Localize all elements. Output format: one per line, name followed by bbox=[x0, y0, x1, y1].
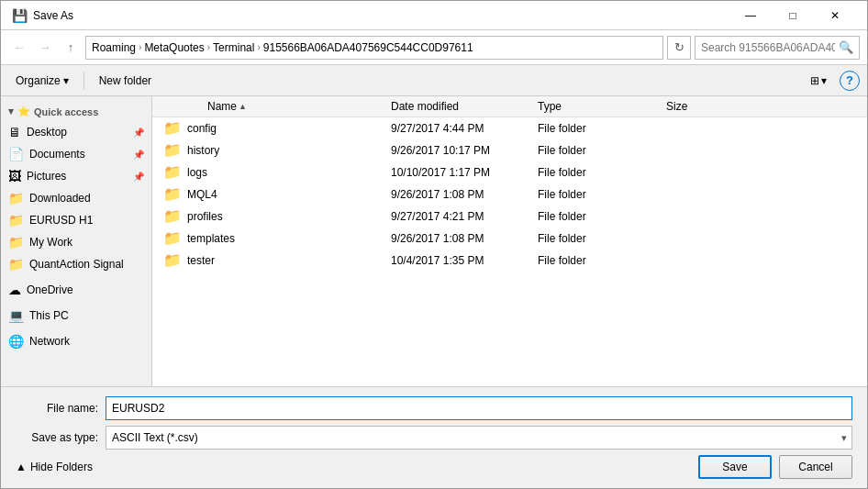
sidebar-item-quantaction[interactable]: 📁 QuantAction Signal bbox=[1, 253, 151, 275]
breadcrumb-sep-1: › bbox=[139, 42, 141, 52]
documents-icon: 📄 bbox=[8, 147, 24, 161]
file-date: 9/27/2017 4:21 PM bbox=[391, 210, 538, 223]
sidebar-downloaded-label: Downloaded bbox=[29, 192, 144, 205]
breadcrumb-metaquotes[interactable]: MetaQuotes bbox=[144, 41, 204, 54]
up-button[interactable]: ↑ bbox=[60, 37, 82, 59]
saveastype-row: Save as type: ASCII Text (*.csv) bbox=[16, 426, 852, 450]
view-button[interactable]: ⊞ ▾ bbox=[805, 72, 832, 90]
sidebar-item-documents[interactable]: 📄 Documents 📌 bbox=[1, 143, 151, 165]
help-button[interactable]: ? bbox=[840, 71, 860, 91]
quick-access-star-icon: ⭐ bbox=[17, 106, 30, 117]
table-row[interactable]: 📁 history 9/26/2017 10:17 PM File folder bbox=[152, 139, 867, 161]
column-size-header[interactable]: Size bbox=[666, 100, 740, 113]
sidebar-item-onedrive[interactable]: ☁ OneDrive bbox=[1, 279, 151, 301]
file-date: 9/26/2017 1:08 PM bbox=[391, 232, 538, 245]
column-name-header[interactable]: Name ▲ bbox=[152, 100, 391, 113]
pin-icon-desktop: 📌 bbox=[133, 128, 144, 138]
back-button[interactable]: ← bbox=[8, 37, 30, 59]
saveastype-label: Save as type: bbox=[16, 431, 98, 444]
sidebar-network-label: Network bbox=[29, 335, 144, 348]
table-row[interactable]: 📁 config 9/27/2017 4:44 PM File folder bbox=[152, 117, 867, 139]
sidebar-item-network[interactable]: 🌐 Network bbox=[1, 330, 151, 352]
sidebar-eurusd-label: EURUSD H1 bbox=[29, 214, 144, 227]
table-row[interactable]: 📁 logs 10/10/2017 1:17 PM File folder bbox=[152, 161, 867, 183]
help-icon: ? bbox=[846, 73, 853, 87]
col-date-label: Date modified bbox=[391, 100, 459, 113]
file-date: 10/10/2017 1:17 PM bbox=[391, 166, 538, 179]
sidebar-item-thispc[interactable]: 💻 This PC bbox=[1, 305, 151, 327]
sidebar-desktop-label: Desktop bbox=[27, 126, 128, 139]
pin-icon-pictures: 📌 bbox=[133, 172, 144, 182]
file-date: 9/26/2017 1:08 PM bbox=[391, 188, 538, 201]
sidebar-pictures-label: Pictures bbox=[27, 170, 128, 183]
minimize-button[interactable]: — bbox=[729, 1, 772, 30]
file-list-header: Name ▲ Date modified Type Size bbox=[152, 96, 867, 117]
breadcrumb-folder[interactable]: 915566BA06ADA407569C544CC0D97611 bbox=[263, 41, 473, 54]
forward-button[interactable]: → bbox=[34, 37, 56, 59]
file-date: 9/27/2017 4:44 PM bbox=[391, 122, 538, 135]
sidebar-item-mywork[interactable]: 📁 My Work bbox=[1, 231, 151, 253]
table-row[interactable]: 📁 tester 10/4/2017 1:35 PM File folder bbox=[152, 250, 867, 272]
button-row: ▲ Hide Folders Save Cancel bbox=[16, 455, 852, 479]
view-icon: ⊞ bbox=[810, 74, 819, 87]
network-icon: 🌐 bbox=[8, 334, 24, 349]
mywork-folder-icon: 📁 bbox=[8, 235, 24, 250]
column-date-header[interactable]: Date modified bbox=[391, 100, 538, 113]
file-type: File folder bbox=[538, 166, 666, 179]
file-name: profiles bbox=[187, 210, 223, 223]
organize-button[interactable]: Organize ▾ bbox=[8, 72, 76, 90]
file-name: history bbox=[187, 144, 219, 157]
file-name: tester bbox=[187, 254, 215, 267]
folder-icon: 📁 bbox=[163, 207, 182, 225]
file-list: Name ▲ Date modified Type Size 📁 config bbox=[152, 96, 867, 386]
file-type: File folder bbox=[538, 210, 666, 223]
file-type: File folder bbox=[538, 188, 666, 201]
table-row[interactable]: 📁 templates 9/26/2017 1:08 PM File folde… bbox=[152, 228, 867, 250]
title-bar: 💾 Save As — □ ✕ bbox=[1, 1, 867, 30]
quick-access-header: ▾ ⭐ Quick access bbox=[1, 102, 151, 121]
new-folder-button[interactable]: New folder bbox=[92, 72, 159, 90]
breadcrumb-terminal[interactable]: Terminal bbox=[213, 41, 254, 54]
maximize-button[interactable]: □ bbox=[772, 1, 814, 30]
sidebar-item-downloaded[interactable]: 📁 Downloaded bbox=[1, 187, 151, 209]
search-input[interactable] bbox=[701, 41, 835, 54]
col-size-label: Size bbox=[666, 100, 687, 113]
table-row[interactable]: 📁 profiles 9/27/2017 4:21 PM File folder bbox=[152, 206, 867, 228]
save-as-dialog: 💾 Save As — □ ✕ ← → ↑ Roaming › MetaQuot… bbox=[0, 0, 868, 489]
filename-input[interactable] bbox=[106, 396, 852, 420]
file-type: File folder bbox=[538, 122, 666, 135]
hide-folders-link[interactable]: ▲ Hide Folders bbox=[16, 461, 691, 473]
file-date: 10/4/2017 1:35 PM bbox=[391, 254, 538, 267]
refresh-button[interactable]: ↻ bbox=[667, 36, 691, 60]
pictures-icon: 🖼 bbox=[8, 169, 21, 183]
sidebar-quantaction-label: QuantAction Signal bbox=[29, 258, 144, 271]
bottom-bar: File name: Save as type: ASCII Text (*.c… bbox=[1, 386, 867, 488]
search-icon: 🔍 bbox=[839, 40, 853, 54]
file-type: File folder bbox=[538, 232, 666, 245]
cancel-label: Cancel bbox=[798, 461, 832, 473]
sidebar-item-pictures[interactable]: 🖼 Pictures 📌 bbox=[1, 165, 151, 187]
address-bar: ← → ↑ Roaming › MetaQuotes › Terminal › … bbox=[1, 30, 867, 65]
folder-icon: 📁 bbox=[163, 229, 182, 247]
save-button[interactable]: Save bbox=[698, 455, 772, 479]
network-section: 🌐 Network bbox=[1, 330, 151, 352]
col-name-sort: ▲ bbox=[239, 102, 247, 111]
table-row[interactable]: 📁 MQL4 9/26/2017 1:08 PM File folder bbox=[152, 183, 867, 206]
saveastype-select[interactable]: ASCII Text (*.csv) bbox=[106, 426, 852, 450]
close-button[interactable]: ✕ bbox=[814, 1, 856, 30]
sidebar-item-desktop[interactable]: 🖥 Desktop 📌 bbox=[1, 121, 151, 143]
onedrive-icon: ☁ bbox=[8, 283, 21, 297]
breadcrumb-bar[interactable]: Roaming › MetaQuotes › Terminal › 915566… bbox=[85, 36, 663, 60]
downloaded-folder-icon: 📁 bbox=[8, 191, 24, 206]
filename-label: File name: bbox=[16, 402, 98, 415]
sidebar-mywork-label: My Work bbox=[29, 236, 144, 249]
sidebar-onedrive-label: OneDrive bbox=[27, 283, 144, 296]
quick-access-label: Quick access bbox=[34, 106, 98, 117]
cancel-button[interactable]: Cancel bbox=[779, 455, 852, 479]
hide-folders-chevron-icon: ▲ bbox=[16, 461, 27, 473]
thispc-icon: 💻 bbox=[8, 308, 24, 323]
sidebar-item-eurusd[interactable]: 📁 EURUSD H1 bbox=[1, 209, 151, 231]
sidebar-thispc-label: This PC bbox=[29, 309, 144, 322]
breadcrumb-roaming[interactable]: Roaming bbox=[92, 41, 136, 54]
column-type-header[interactable]: Type bbox=[538, 100, 666, 113]
